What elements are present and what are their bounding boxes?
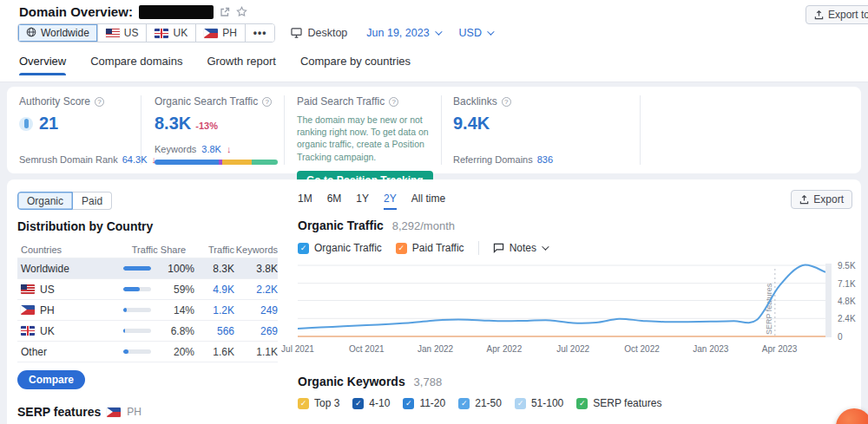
- checkbox-icon: ✓: [576, 398, 588, 409]
- organic-traffic-line: [298, 265, 825, 329]
- traffic-value[interactable]: 4.9K: [194, 284, 234, 296]
- tab-compare-by-countries[interactable]: Compare by countries: [300, 55, 411, 75]
- favorite-star-icon[interactable]: [236, 6, 247, 17]
- table-row[interactable]: Worldwide100%8.3K3.8K: [17, 258, 278, 279]
- checkbox-paid-traffic[interactable]: ✓Paid Traffic: [396, 242, 464, 254]
- table-row[interactable]: PH14%1.2K249: [17, 300, 278, 321]
- country-tab-ph[interactable]: PH: [196, 24, 246, 42]
- keywords-count-link[interactable]: 3.8K: [201, 144, 221, 154]
- tab-overview[interactable]: Overview: [19, 55, 66, 75]
- authority-gauge-icon: [19, 117, 33, 131]
- tab-compare-domains[interactable]: Compare domains: [90, 55, 182, 75]
- date-selector[interactable]: Jun 19, 2023: [366, 27, 439, 39]
- legend-serp-features[interactable]: ✓SERP features: [576, 397, 661, 409]
- info-icon[interactable]: ?: [262, 97, 272, 107]
- table-row[interactable]: UK6.8%566269: [17, 321, 278, 342]
- paid-toggle[interactable]: Paid: [73, 192, 112, 210]
- country-tab-label: US: [124, 27, 139, 39]
- range-6m[interactable]: 6M: [327, 192, 342, 210]
- traffic-value[interactable]: 566: [194, 325, 234, 337]
- country-cell: UK: [17, 325, 123, 337]
- more-countries-button[interactable]: •••: [246, 24, 275, 42]
- traffic-value[interactable]: 1.2K: [194, 304, 234, 316]
- range-2y[interactable]: 2Y: [384, 192, 397, 210]
- traffic-share-bar: [123, 329, 151, 333]
- tab-growth-report[interactable]: Growth report: [207, 55, 275, 75]
- bar-segment-11-20: [222, 160, 252, 165]
- globe-icon: [26, 27, 36, 40]
- keywords-value[interactable]: 2.2K: [234, 284, 278, 296]
- traffic-share-bar: [123, 266, 151, 271]
- x-axis-label: Jan 2022: [418, 344, 453, 354]
- legend-21-50[interactable]: ✓21-50: [458, 397, 502, 409]
- time-range-selector: 1M6M1Y2YAll time: [298, 192, 445, 210]
- title-row: Domain Overview:: [19, 4, 247, 19]
- organic-traffic-monthly: 8,292/month: [392, 219, 455, 232]
- table-header-row: CountriesTraffic ShareTrafficKeywords: [17, 241, 278, 258]
- country-name: PH: [40, 304, 55, 316]
- range-1m[interactable]: 1M: [298, 192, 312, 210]
- legend-4-10[interactable]: ✓4-10: [352, 397, 390, 409]
- checkbox-icon: ✓: [352, 398, 364, 409]
- share-value: 14%: [156, 304, 194, 316]
- metric-cards-panel: Authority Score? 21 Semrush Domain Rank …: [7, 87, 861, 173]
- column-header: Keywords: [234, 245, 278, 255]
- legend-label: 11-20: [419, 397, 445, 409]
- x-axis-label: Jul 2021: [281, 344, 314, 354]
- us-flag-icon: [106, 29, 120, 38]
- more-icon: •••: [253, 27, 267, 39]
- table-row[interactable]: Other20%1.6K1.1K: [17, 342, 278, 362]
- desktop-icon: [291, 28, 302, 38]
- range-all-time[interactable]: All time: [411, 192, 445, 210]
- info-icon[interactable]: ?: [502, 97, 511, 107]
- country-tab-us[interactable]: US: [98, 24, 148, 42]
- distribution-title: Distribution by Country: [17, 219, 153, 233]
- divider: [441, 95, 442, 165]
- serp-features-title: SERP features: [17, 405, 101, 419]
- currency-selector[interactable]: USD: [459, 27, 492, 39]
- domain-rank-link[interactable]: 64.3K: [122, 154, 148, 165]
- checkbox-label: Organic Traffic: [314, 242, 382, 254]
- card-title: Paid Search Traffic: [297, 95, 385, 108]
- notes-icon: [493, 243, 504, 253]
- ph-flag-icon: [204, 29, 218, 38]
- checkbox-organic-traffic[interactable]: ✓Organic Traffic: [298, 242, 382, 254]
- y-axis-label: 9.5K: [838, 261, 856, 271]
- legend-11-20[interactable]: ✓11-20: [403, 397, 445, 409]
- info-icon[interactable]: ?: [389, 97, 398, 107]
- traffic-share-fill: [123, 329, 125, 333]
- legend-label: Top 3: [314, 397, 339, 409]
- backlinks-value[interactable]: 9.4K: [453, 114, 490, 133]
- traffic-share-bar: [123, 287, 151, 291]
- checkbox-icon: ✓: [396, 243, 407, 254]
- chart-export-button[interactable]: Export: [791, 190, 852, 209]
- organic-traffic-value[interactable]: 8.3K: [155, 114, 191, 134]
- organic-toggle[interactable]: Organic: [17, 192, 73, 210]
- range-1y[interactable]: 1Y: [356, 192, 369, 210]
- export-to-pdf-button[interactable]: Export to PDF: [806, 5, 868, 24]
- compare-button[interactable]: Compare: [17, 370, 85, 389]
- device-selector[interactable]: Desktop: [291, 27, 347, 39]
- country-tab-label: UK: [173, 27, 187, 39]
- referring-domains-link[interactable]: 836: [537, 154, 553, 165]
- table-row[interactable]: US59%4.9K2.2K: [17, 279, 278, 300]
- legend-label: 51-100: [531, 397, 563, 409]
- legend-top-3[interactable]: ✓Top 3: [298, 397, 339, 409]
- country-tab-label: PH: [222, 27, 237, 39]
- country-tab-worldwide[interactable]: Worldwide: [18, 24, 98, 42]
- keywords-value[interactable]: 269: [234, 325, 278, 337]
- x-axis-label: Oct 2021: [349, 344, 385, 354]
- info-icon[interactable]: ?: [95, 97, 104, 107]
- external-link-icon[interactable]: [220, 7, 230, 17]
- chart-canvas: SERP features: [298, 260, 825, 342]
- y-axis-label: 0: [838, 332, 843, 342]
- country-cell: PH: [17, 304, 123, 316]
- traffic-share-fill: [123, 308, 127, 312]
- notes-dropdown[interactable]: Notes: [493, 242, 547, 254]
- divider: [284, 95, 285, 165]
- legend-51-100[interactable]: ✓51-100: [515, 397, 563, 409]
- keywords-value[interactable]: 249: [234, 304, 278, 316]
- country-name: Other: [21, 346, 47, 358]
- divider: [640, 95, 641, 165]
- country-tab-uk[interactable]: UK: [147, 24, 196, 42]
